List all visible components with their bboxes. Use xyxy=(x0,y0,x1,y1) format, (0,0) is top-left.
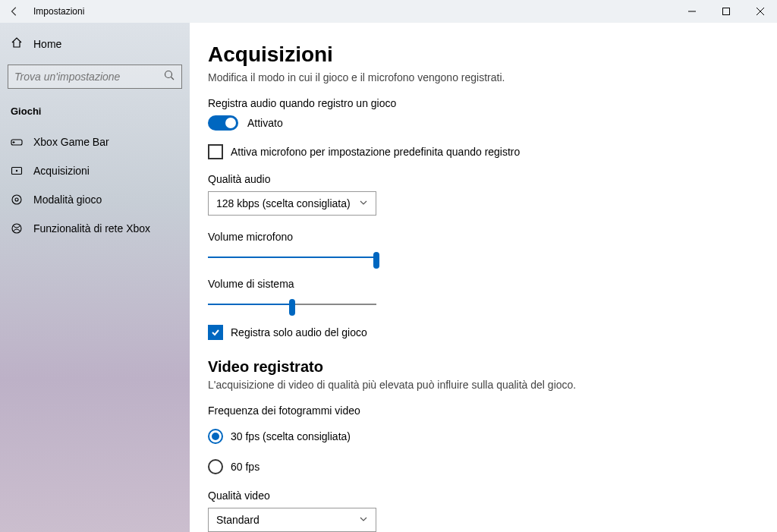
fps-30-radio[interactable] xyxy=(208,429,223,444)
sidebar: Home Giochi Xbox Game Bar Acquisizioni xyxy=(0,23,190,532)
video-section-title: Video registrato xyxy=(208,358,678,376)
nav-xbox-game-bar[interactable]: Xbox Game Bar xyxy=(0,127,190,156)
xbox-icon xyxy=(11,222,23,235)
game-only-audio-label: Registra solo audio del gioco xyxy=(231,326,367,338)
toggle-state-label: Attivato xyxy=(247,117,283,129)
mic-default-label: Attiva microfono per impostazione predef… xyxy=(231,146,520,158)
mic-volume-label: Volume microfono xyxy=(208,231,678,243)
window-title: Impostazioni xyxy=(29,6,84,17)
sys-volume-slider[interactable] xyxy=(208,297,376,311)
audio-quality-label: Qualità audio xyxy=(208,173,678,185)
gamemode-icon xyxy=(11,194,23,206)
fps-30-label: 30 fps (scelta consigliata) xyxy=(231,430,351,442)
captures-icon xyxy=(11,165,23,177)
back-button[interactable] xyxy=(0,6,29,17)
fps-60-label: 60 fps xyxy=(231,461,260,473)
close-button[interactable] xyxy=(743,0,777,23)
fps-60-radio[interactable] xyxy=(208,459,223,474)
page-title: Acquisizioni xyxy=(208,23,678,73)
audio-quality-select[interactable]: 128 kbps (scelta consigliata) xyxy=(208,191,376,216)
framerate-label: Frequenza dei fotogrammi video xyxy=(208,405,678,417)
svg-point-13 xyxy=(12,224,21,233)
nav-label: Funzionalità di rete Xbox xyxy=(33,222,150,235)
video-quality-select[interactable]: Standard xyxy=(208,508,376,532)
main-content: Acquisizioni Modifica il modo in cui il … xyxy=(190,23,777,532)
fps-60-radio-row[interactable]: 60 fps xyxy=(208,459,678,474)
mic-default-checkbox[interactable] xyxy=(208,144,223,159)
nav-acquisizioni[interactable]: Acquisizioni xyxy=(0,156,190,185)
maximize-button[interactable] xyxy=(709,0,743,23)
game-only-audio-checkbox[interactable] xyxy=(208,325,223,340)
svg-rect-1 xyxy=(722,8,729,15)
sys-volume-label: Volume di sistema xyxy=(208,278,678,290)
svg-point-11 xyxy=(12,195,21,204)
chevron-down-icon xyxy=(359,197,368,209)
search-icon xyxy=(163,69,175,84)
video-desc: L'acquisizione di video di qualità più e… xyxy=(208,379,678,391)
titlebar: Impostazioni xyxy=(0,0,777,23)
game-only-audio-row[interactable]: Registra solo audio del gioco xyxy=(208,325,678,340)
search-box[interactable] xyxy=(8,65,182,89)
nav-xbox-network[interactable]: Funzionalità di rete Xbox xyxy=(0,214,190,243)
nav-label: Modalità gioco xyxy=(33,194,102,206)
svg-point-12 xyxy=(15,198,18,201)
home-label: Home xyxy=(33,38,61,50)
svg-point-4 xyxy=(165,71,172,78)
chevron-down-icon xyxy=(359,514,368,526)
video-quality-label: Qualità video xyxy=(208,490,678,502)
minimize-button[interactable] xyxy=(675,0,709,23)
mic-default-checkbox-row[interactable]: Attiva microfono per impostazione predef… xyxy=(208,144,678,159)
video-quality-value: Standard xyxy=(216,514,260,526)
nav-label: Acquisizioni xyxy=(33,165,90,177)
audio-quality-value: 128 kbps (scelta consigliata) xyxy=(216,197,351,209)
nav-modalita-gioco[interactable]: Modalità gioco xyxy=(0,185,190,214)
svg-line-5 xyxy=(171,77,175,80)
svg-point-10 xyxy=(16,170,17,172)
home-nav[interactable]: Home xyxy=(0,29,190,58)
record-audio-toggle[interactable] xyxy=(208,115,238,131)
search-input[interactable] xyxy=(14,71,163,83)
gamebar-icon xyxy=(11,136,23,148)
fps-30-radio-row[interactable]: 30 fps (scelta consigliata) xyxy=(208,429,678,444)
audio-desc: Modifica il modo in cui il gioco e il mi… xyxy=(208,71,678,83)
record-audio-label: Registra audio quando registro un gioco xyxy=(208,97,678,109)
category-heading: Giochi xyxy=(0,99,190,127)
home-icon xyxy=(11,36,23,51)
mic-volume-slider[interactable] xyxy=(208,250,376,264)
nav-label: Xbox Game Bar xyxy=(33,136,109,148)
